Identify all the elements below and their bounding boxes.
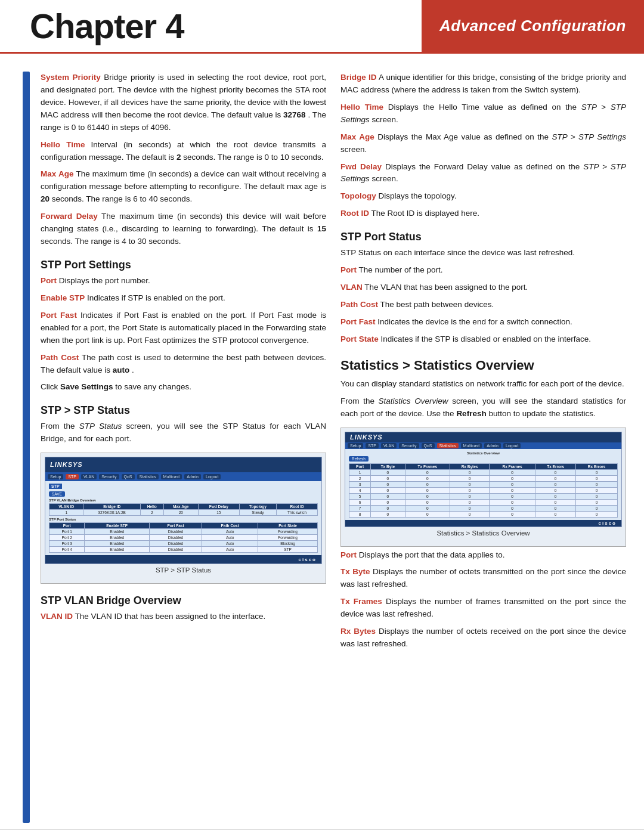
hello-time-term: Hello Time <box>41 140 85 149</box>
sim-th-fwd: Fwd Delay <box>198 504 239 510</box>
sim-p4: Port 4 <box>49 547 85 553</box>
tx-byte-term: Tx Byte <box>340 567 370 576</box>
hello-time-right-text: Displays the Hello Time value as defined… <box>388 103 581 112</box>
hello-time-right-text2: screen. <box>372 115 398 124</box>
tx-byte-text: Displays the number of octets transmitte… <box>340 567 626 589</box>
path-cost-term: Path Cost <box>41 353 79 362</box>
stats-refresh-btn: Refresh <box>349 456 369 462</box>
sim-port-th: Port <box>49 523 85 529</box>
stats-nav-qos: QoS <box>422 443 435 448</box>
stats-th-rxframes: Rx Frames <box>490 464 535 470</box>
max-age-default: 20 <box>41 194 49 203</box>
stp-vlan-heading: STP VLAN Bridge Overview <box>41 594 326 607</box>
topology-term: Topology <box>340 191 376 200</box>
topology-para: Topology Displays the topology. <box>340 190 626 203</box>
title-section: Advanced Configuration <box>422 0 644 52</box>
refresh-bold: Refresh <box>456 409 486 418</box>
enable-stp-text: Indicates if STP is enabled on the port. <box>87 293 225 302</box>
sim-td-fwd1: 15 <box>198 510 239 516</box>
stats-sim-logo: LINKSYS <box>350 433 383 441</box>
tx-frames-term: Tx Frames <box>340 597 382 606</box>
max-age-right-text: Displays the Max Age value as defined on… <box>377 132 552 141</box>
port-fast-term: Port Fast <box>41 311 77 320</box>
save-settings-label: Save Settings <box>60 382 113 391</box>
sim-th-hello: Hello <box>140 504 163 510</box>
stats-nav-stats: Statistics <box>437 443 459 448</box>
fwd-delay-right-text2: screen. <box>372 174 398 183</box>
rx-bytes-term: Rx Bytes <box>340 627 376 636</box>
stats-th-txerrors: Tx Errors <box>535 464 576 470</box>
sim-fast-th: Port Fast <box>149 523 202 529</box>
port-data-term: Port <box>340 550 357 559</box>
rx-bytes-text: Displays the number of octets received o… <box>340 627 626 648</box>
page-title: Advanced Configuration <box>439 17 626 35</box>
sim-vlan-bridge: STP VLAN Bridge Overview <box>49 498 318 502</box>
statistics-caption: Statistics > Statistics Overview <box>345 529 622 537</box>
page-footer: 5-Port and 8-Port 10/100/1000 Gigabit Sm… <box>0 829 644 833</box>
sim-nav-admin: Admin <box>184 474 201 479</box>
port-right-para: Port The number of the port. <box>340 264 626 277</box>
stp-status-italic: STP Status <box>79 422 122 431</box>
click-label: Click <box>41 382 60 391</box>
stats-th-txframes: Tx Frames <box>405 464 450 470</box>
port-term: Port <box>41 276 57 285</box>
stats-nav-setup: Setup <box>348 443 363 448</box>
main-content: System Priority Bridge priority is used … <box>30 72 644 823</box>
sim-path-th: Path Cost <box>202 523 258 529</box>
sim-save-btn: SAVE <box>49 491 65 497</box>
port-state-right-term: Port State <box>340 335 379 343</box>
max-age-para: Max Age The maximum time (in seconds) a … <box>41 168 326 206</box>
stats-nav-security: Security <box>399 443 419 448</box>
statistics-heading: Statistics > Statistics Overview <box>340 358 626 373</box>
sim-nav-stp: STP <box>66 474 79 479</box>
stp-status-sim: LINKSYS Setup STP VLAN Security QoS Stat… <box>45 457 322 564</box>
stats-th-rxerrors: Rx Errors <box>576 464 618 470</box>
path-cost-text2: . <box>132 366 134 374</box>
port-right-term: Port <box>340 265 357 274</box>
stp-port-status-intro: STP Status on each interface since the d… <box>340 247 626 259</box>
bridge-id-term: Bridge ID <box>340 73 376 82</box>
statistics-overview-italic: Statistics Overview <box>379 397 448 405</box>
system-priority-term: System Priority <box>41 73 101 82</box>
port-right-text: The number of the port. <box>359 265 443 274</box>
stats-nav-admin: Admin <box>484 443 501 448</box>
stats-nav-stp: STP <box>366 443 379 448</box>
stp-status-screenshot: LINKSYS Setup STP VLAN Security QoS Stat… <box>41 453 326 584</box>
vlan-right-para: VLAN The VLAN that has been assigned to … <box>340 281 626 294</box>
stats-sim-nav: Setup STP VLAN Security QoS Statistics M… <box>345 442 621 449</box>
sim-th-id: VLAN ID <box>49 504 83 510</box>
stp-port-settings-heading: STP Port Settings <box>41 259 326 271</box>
path-cost-default: auto <box>113 366 130 374</box>
port-data-text: Displays the port that the data applies … <box>359 550 505 559</box>
sim-nav-qos: QoS <box>122 474 135 479</box>
page-header: Chapter 4 Advanced Configuration <box>0 0 644 54</box>
sim-nav-vlan: VLAN <box>81 474 97 479</box>
sim-td-topo1: Steady <box>239 510 277 516</box>
hello-time-default: 2 <box>177 153 181 162</box>
max-age-right-text2: screen. <box>340 145 367 154</box>
sim-header: LINKSYS <box>45 457 321 472</box>
hello-time-right-para: Hello Time Displays the Hello Time value… <box>340 101 626 126</box>
sim-td-bridge1: 32768:00:1A:2B <box>83 510 141 516</box>
statistics-screenshot: LINKSYS Setup STP VLAN Security QoS Stat… <box>340 428 626 547</box>
sim-nav-stats: Statistics <box>137 474 159 479</box>
stats-nav-multicast: Multicast <box>461 443 482 448</box>
sim-th-root: Root ID <box>277 504 318 510</box>
stats-nav-logout: Logout <box>503 443 521 448</box>
sim-th-topology: Topology <box>239 504 277 510</box>
fwd-delay-right-para: Fwd Delay Displays the Forward Delay val… <box>340 161 626 186</box>
port-state-right-para: Port State Indicates if the STP is disab… <box>340 333 626 346</box>
root-id-text: The Root ID is displayed here. <box>371 209 480 218</box>
vlan-id-para: VLAN ID The VLAN ID that has been assign… <box>41 611 326 623</box>
port-displays-para: Port Displays the port number. <box>41 275 326 287</box>
chapter-section: Chapter 4 <box>0 0 422 52</box>
port-fast-para: Port Fast Indicates if Port Fast is enab… <box>41 309 326 347</box>
vlan-right-term: VLAN <box>340 283 363 292</box>
cisco-logo: cisco <box>299 557 317 562</box>
sim-nav-multicast: Multicast <box>161 474 182 479</box>
stats-th-txbyte: Tx Byte <box>371 464 405 470</box>
stats-nav-vlan: VLAN <box>381 443 397 448</box>
save-settings-para: Click Save Settings to save any changes. <box>41 381 326 394</box>
path-cost-right-term: Path Cost <box>340 300 378 309</box>
hello-time-text2: seconds. The range is 0 to 10 seconds. <box>183 153 323 162</box>
